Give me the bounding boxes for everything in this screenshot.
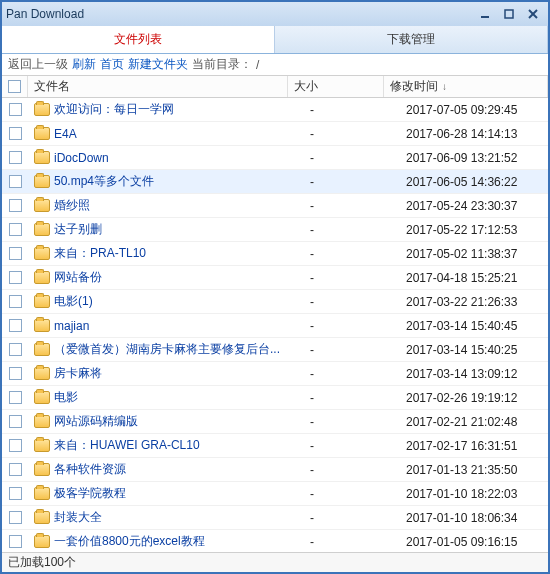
table-row[interactable]: 极客学院教程-2017-01-10 18:22:03 — [2, 482, 548, 506]
row-name-cell[interactable]: 封装大全 — [28, 506, 304, 529]
newfolder-link[interactable]: 新建文件夹 — [128, 56, 188, 73]
table-row[interactable]: 封装大全-2017-01-10 18:06:34 — [2, 506, 548, 530]
table-row[interactable]: 电影(1)-2017-03-22 21:26:33 — [2, 290, 548, 314]
row-size: - — [304, 98, 400, 121]
row-time: 2017-07-05 09:29:45 — [400, 98, 548, 121]
table-row[interactable]: 网站源码精编版-2017-02-21 21:02:48 — [2, 410, 548, 434]
table-row[interactable]: majian-2017-03-14 15:40:45 — [2, 314, 548, 338]
row-checkbox[interactable] — [2, 530, 28, 552]
header-checkbox[interactable] — [2, 76, 28, 97]
row-size: - — [304, 290, 400, 313]
row-name-cell[interactable]: iDocDown — [28, 146, 304, 169]
table-row[interactable]: 电影-2017-02-26 19:19:12 — [2, 386, 548, 410]
row-name-cell[interactable]: 欢迎访问：每日一学网 — [28, 98, 304, 121]
row-name-cell[interactable]: 网站备份 — [28, 266, 304, 289]
table-row[interactable]: 欢迎访问：每日一学网-2017-07-05 09:29:45 — [2, 98, 548, 122]
table-row[interactable]: 来自：HUAWEI GRA-CL10-2017-02-17 16:31:51 — [2, 434, 548, 458]
row-checkbox[interactable] — [2, 410, 28, 433]
row-checkbox[interactable] — [2, 242, 28, 265]
table-row[interactable]: 婚纱照-2017-05-24 23:30:37 — [2, 194, 548, 218]
row-name-cell[interactable]: majian — [28, 314, 304, 337]
header-name[interactable]: 文件名 — [28, 76, 288, 97]
tab-file-list[interactable]: 文件列表 — [2, 26, 275, 53]
file-list[interactable]: 欢迎访问：每日一学网-2017-07-05 09:29:45E4A-2017-0… — [2, 98, 548, 552]
row-checkbox[interactable] — [2, 458, 28, 481]
table-row[interactable]: 达子别删-2017-05-22 17:12:53 — [2, 218, 548, 242]
row-name-cell[interactable]: E4A — [28, 122, 304, 145]
row-checkbox[interactable] — [2, 290, 28, 313]
row-name-cell[interactable]: 达子别删 — [28, 218, 304, 241]
row-checkbox[interactable] — [2, 170, 28, 193]
folder-icon — [34, 343, 50, 356]
header-size-label: 大小 — [294, 78, 318, 95]
header-size[interactable]: 大小 — [288, 76, 384, 97]
table-row[interactable]: E4A-2017-06-28 14:14:13 — [2, 122, 548, 146]
row-name-cell[interactable]: 房卡麻将 — [28, 362, 304, 385]
row-checkbox[interactable] — [2, 506, 28, 529]
maximize-button[interactable] — [498, 6, 520, 22]
minimize-button[interactable] — [474, 6, 496, 22]
header-time[interactable]: 修改时间↓ — [384, 76, 548, 97]
row-name-cell[interactable]: 来自：PRA-TL10 — [28, 242, 304, 265]
row-name: 极客学院教程 — [54, 485, 126, 502]
row-name: 一套价值8800元的excel教程 — [54, 533, 205, 550]
back-link[interactable]: 返回上一级 — [8, 56, 68, 73]
row-size: - — [304, 362, 400, 385]
row-checkbox[interactable] — [2, 122, 28, 145]
row-name-cell[interactable]: 婚纱照 — [28, 194, 304, 217]
checkbox-icon — [9, 463, 22, 476]
row-size: - — [304, 458, 400, 481]
checkbox-icon — [9, 487, 22, 500]
folder-icon — [34, 439, 50, 452]
row-checkbox[interactable] — [2, 98, 28, 121]
row-name-cell[interactable]: 网站源码精编版 — [28, 410, 304, 433]
row-size: - — [304, 194, 400, 217]
checkbox-icon — [9, 271, 22, 284]
row-size: - — [304, 386, 400, 409]
tab-download-manager[interactable]: 下载管理 — [275, 26, 548, 53]
row-checkbox[interactable] — [2, 314, 28, 337]
checkbox-icon — [9, 223, 22, 236]
row-name-cell[interactable]: 电影(1) — [28, 290, 304, 313]
table-row[interactable]: 网站备份-2017-04-18 15:25:21 — [2, 266, 548, 290]
row-checkbox[interactable] — [2, 266, 28, 289]
table-row[interactable]: （爱微首发）湖南房卡麻将主要修复后台...-2017-03-14 15:40:2… — [2, 338, 548, 362]
row-name-cell[interactable]: 各种软件资源 — [28, 458, 304, 481]
checkbox-icon — [9, 151, 22, 164]
app-window: Pan Download 文件列表 下载管理 返回上一级 刷新 首页 新建文件夹… — [0, 0, 550, 574]
row-checkbox[interactable] — [2, 386, 28, 409]
row-name-cell[interactable]: （爱微首发）湖南房卡麻将主要修复后台... — [28, 338, 304, 361]
folder-icon — [34, 295, 50, 308]
table-row[interactable]: iDocDown-2017-06-09 13:21:52 — [2, 146, 548, 170]
row-checkbox[interactable] — [2, 218, 28, 241]
row-name-cell[interactable]: 50.mp4等多个文件 — [28, 170, 304, 193]
row-checkbox[interactable] — [2, 434, 28, 457]
table-row[interactable]: 房卡麻将-2017-03-14 13:09:12 — [2, 362, 548, 386]
row-name: 电影(1) — [54, 293, 93, 310]
row-name: 达子别删 — [54, 221, 102, 238]
row-name-cell[interactable]: 电影 — [28, 386, 304, 409]
row-checkbox[interactable] — [2, 194, 28, 217]
svg-rect-1 — [505, 10, 513, 18]
checkbox-icon — [9, 415, 22, 428]
table-row[interactable]: 50.mp4等多个文件-2017-06-05 14:36:22 — [2, 170, 548, 194]
row-checkbox[interactable] — [2, 338, 28, 361]
row-time: 2017-05-02 11:38:37 — [400, 242, 548, 265]
table-row[interactable]: 来自：PRA-TL10-2017-05-02 11:38:37 — [2, 242, 548, 266]
row-time: 2017-05-24 23:30:37 — [400, 194, 548, 217]
row-name-cell[interactable]: 来自：HUAWEI GRA-CL10 — [28, 434, 304, 457]
table-row[interactable]: 各种软件资源-2017-01-13 21:35:50 — [2, 458, 548, 482]
row-checkbox[interactable] — [2, 362, 28, 385]
home-link[interactable]: 首页 — [100, 56, 124, 73]
row-name: 婚纱照 — [54, 197, 90, 214]
checkbox-icon — [9, 391, 22, 404]
table-row[interactable]: 一套价值8800元的excel教程-2017-01-05 09:16:15 — [2, 530, 548, 552]
row-size: - — [304, 242, 400, 265]
row-checkbox[interactable] — [2, 146, 28, 169]
row-name-cell[interactable]: 极客学院教程 — [28, 482, 304, 505]
close-button[interactable] — [522, 6, 544, 22]
header-time-label: 修改时间 — [390, 78, 438, 95]
row-name-cell[interactable]: 一套价值8800元的excel教程 — [28, 530, 304, 552]
refresh-link[interactable]: 刷新 — [72, 56, 96, 73]
row-checkbox[interactable] — [2, 482, 28, 505]
